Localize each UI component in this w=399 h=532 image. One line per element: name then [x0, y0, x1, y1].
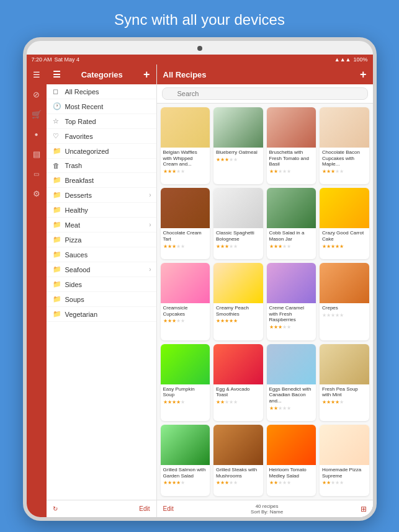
recipe-name-14: Egg & Avocado Toast	[216, 386, 261, 398]
recipe-thumb-4	[320, 107, 369, 148]
main-edit-button[interactable]: Edit	[163, 505, 174, 512]
recipe-card-9[interactable]: Creamsicle Cupcakes ★★★★★	[161, 263, 210, 340]
recipe-thumb-7	[267, 188, 316, 228]
recipe-name-1: Belgian Waffles with Whipped Cream and..…	[163, 149, 208, 167]
recipe-stars-4: ★★★★★	[322, 169, 367, 174]
recipe-name-5: Chocolate Cream Tart	[163, 230, 208, 242]
recipe-card-15[interactable]: Eggs Benedict with Canadian Bacon and...…	[267, 344, 316, 421]
recipe-stars-20: ★★★★★	[322, 480, 367, 485]
recipe-card-16[interactable]: Fresh Pea Soup with Mint ★★★★★	[320, 344, 369, 421]
recipe-card-17[interactable]: Grilled Salmon with Garden Salad ★★★★★	[161, 425, 210, 496]
recipe-stars-3: ★★★★★	[269, 169, 314, 174]
sidebar-item-meat[interactable]: 📁 Meat ›	[47, 218, 156, 233]
recipe-thumb-17	[161, 425, 210, 465]
recipe-info-13: Easy Pumpkin Soup ★★★★★	[161, 384, 210, 407]
recipe-thumb-20	[320, 425, 369, 465]
recipe-name-9: Creamsicle Cupcakes	[163, 305, 208, 317]
recipe-card-1[interactable]: Belgian Waffles with Whipped Cream and..…	[161, 107, 210, 184]
recipe-card-3[interactable]: Bruschetta with Fresh Tomato and Basil ★…	[267, 107, 316, 184]
recipe-card-12[interactable]: Crepes ★★★★★	[320, 263, 369, 340]
sidebar-menu-icon[interactable]: ☰	[53, 69, 61, 79]
sidebar-item-vegetarian[interactable]: 📁 Vegetarian	[47, 307, 156, 322]
recipe-name-8: Crazy Good Carrot Cake	[322, 230, 367, 242]
soups-icon: 📁	[53, 295, 61, 303]
sidebar-icon-settings[interactable]: ⚙	[30, 187, 43, 200]
sidebar-refresh-icon[interactable]: ↻	[53, 505, 58, 512]
main-header: All Recipes +	[157, 64, 373, 84]
all-recipes-icon: ◻	[53, 87, 61, 95]
recipe-card-20[interactable]: Homemade Pizza Supreme ★★★★★	[320, 425, 369, 496]
sidebar-item-soups[interactable]: 📁 Soups	[47, 292, 156, 307]
breakfast-icon: 📁	[53, 176, 61, 184]
sidebar-item-trash[interactable]: 🗑 Trash	[47, 159, 156, 173]
sidebar-item-desserts[interactable]: 📁 Desserts ›	[47, 188, 156, 203]
recipe-thumb-6	[213, 188, 263, 228]
recipes-grid: Belgian Waffles with Whipped Cream and..…	[157, 104, 373, 500]
recipe-stars-12: ★★★★★	[322, 313, 367, 318]
sidebar-icon-menu[interactable]: ☰	[30, 68, 43, 81]
device-frame: 7:20 AM Sat May 4 ▲▲▲ 100% ☰ ⊘ 🛒 ● ▤ ▭ ⚙	[23, 37, 377, 521]
recipe-info-14: Egg & Avocado Toast ★★★★★	[213, 384, 263, 407]
main-title: All Recipes	[163, 70, 207, 79]
recipe-info-20: Homemade Pizza Supreme ★★★★★	[320, 465, 369, 487]
recipe-card-4[interactable]: Chocolate Bacon Cupcakes with Maple... ★…	[320, 107, 369, 184]
sidebar-item-top-rated[interactable]: ☆ Top Rated	[47, 114, 156, 129]
sidebar-item-label: Top Rated	[65, 118, 151, 125]
search-input[interactable]	[162, 87, 368, 100]
sidebar-icon-tablet[interactable]: ▭	[30, 167, 43, 180]
meat-icon: 📁	[53, 221, 61, 229]
recipe-info-17: Grilled Salmon with Garden Salad ★★★★★	[161, 465, 210, 487]
top-rated-icon: ☆	[53, 117, 61, 125]
status-date: Sat May 4	[55, 56, 80, 63]
recipe-name-6: Classic Spaghetti Bolognese	[216, 230, 261, 242]
recipe-stars-2: ★★★★★	[216, 157, 261, 162]
sidebar-item-favorites[interactable]: ♡ Favorites	[47, 129, 156, 144]
sidebar-item-seafood[interactable]: 📁 Seafood ›	[47, 262, 156, 277]
recipe-card-6[interactable]: Classic Spaghetti Bolognese ★★★★★	[213, 188, 263, 259]
vegetarian-icon: 📁	[53, 310, 61, 318]
recipe-card-7[interactable]: Cobb Salad in a Mason Jar ★★★★★	[267, 188, 316, 259]
sidebar-item-label: Sauces	[65, 251, 151, 259]
sidebar-edit-button[interactable]: Edit	[139, 505, 150, 512]
recipe-thumb-15	[267, 344, 316, 384]
recipe-info-3: Bruschetta with Fresh Tomato and Basil ★…	[267, 148, 316, 176]
sidebar-item-healthy[interactable]: 📁 Healthy	[47, 203, 156, 218]
sidebar-icon-block[interactable]: ⊘	[30, 88, 43, 100]
sidebar-item-uncategorized[interactable]: 📁 Uncategorized	[47, 144, 156, 159]
sidebar-item-pizza[interactable]: 📁 Pizza	[47, 233, 156, 247]
recipe-card-5[interactable]: Chocolate Cream Tart ★★★★★	[161, 188, 210, 259]
sidebar-item-label: Seafood	[65, 266, 146, 273]
sidebar-item-all-recipes[interactable]: ◻ All Recipes	[47, 84, 156, 99]
recipe-card-2[interactable]: Blueberry Oatmeal ★★★★★	[213, 107, 263, 184]
sidebar-item-sauces[interactable]: 📁 Sauces	[47, 247, 156, 262]
recipe-info-8: Crazy Good Carrot Cake ★★★★★	[320, 228, 369, 250]
recipe-card-19[interactable]: Heirloom Tomato Medley Salad ★★★★★	[267, 425, 316, 496]
recipe-card-10[interactable]: Creamy Peach Smoothies ★★★★★	[213, 263, 263, 340]
recipe-name-11: Creme Caramel with Fresh Raspberries	[269, 305, 314, 323]
recipe-name-20: Homemade Pizza Supreme	[322, 467, 367, 479]
battery-indicator: 100%	[353, 56, 367, 63]
sidebar-icon-list[interactable]: ▤	[30, 148, 43, 160]
sidebar-icon-cart[interactable]: 🛒	[30, 108, 43, 120]
recipe-info-2: Blueberry Oatmeal ★★★★★	[213, 148, 263, 164]
recipe-name-4: Chocolate Bacon Cupcakes with Maple...	[322, 149, 367, 167]
recipe-card-14[interactable]: Egg & Avocado Toast ★★★★★	[213, 344, 263, 421]
tablet-screen: 7:20 AM Sat May 4 ▲▲▲ 100% ☰ ⊘ 🛒 ● ▤ ▭ ⚙	[27, 55, 373, 517]
sort-label: Sort By: Name	[251, 509, 283, 515]
recipe-name-12: Crepes	[322, 305, 367, 311]
recipe-stars-17: ★★★★★	[163, 480, 208, 485]
recipe-info-9: Creamsicle Cupcakes ★★★★★	[161, 303, 210, 326]
recipe-card-13[interactable]: Easy Pumpkin Soup ★★★★★	[161, 344, 210, 421]
recipe-card-11[interactable]: Creme Caramel with Fresh Raspberries ★★★…	[267, 263, 316, 340]
grid-view-icon[interactable]: ⊞	[361, 505, 367, 513]
sidebar-icon-fruit[interactable]: ●	[30, 128, 43, 140]
desserts-icon: 📁	[53, 191, 61, 199]
main-add-button[interactable]: +	[360, 68, 367, 81]
recipe-card-8[interactable]: Crazy Good Carrot Cake ★★★★★	[320, 188, 369, 259]
recipe-card-18[interactable]: Grilled Steaks with Mushrooms ★★★★★	[213, 425, 263, 496]
sidebar-item-breakfast[interactable]: 📁 Breakfast	[47, 173, 156, 188]
sidebar-add-button[interactable]: +	[143, 68, 150, 81]
recipe-info-18: Grilled Steaks with Mushrooms ★★★★★	[213, 465, 263, 487]
sidebar-item-most-recent[interactable]: 🕐 Most Recent	[47, 99, 156, 114]
sidebar-item-sides[interactable]: 📁 Sides	[47, 277, 156, 292]
